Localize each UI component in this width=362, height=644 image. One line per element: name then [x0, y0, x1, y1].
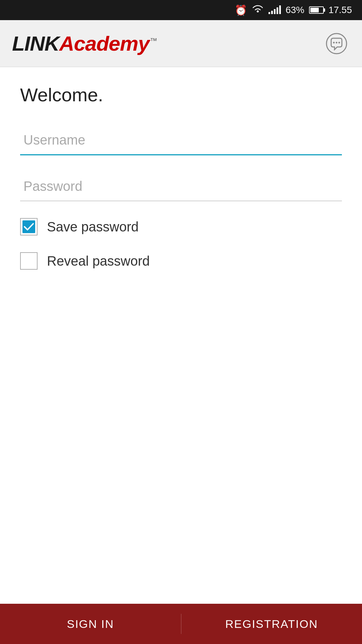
app-header: LINK Academy™: [0, 20, 362, 67]
alarm-icon: ⏰: [235, 4, 247, 16]
registration-button[interactable]: REGISTRATION: [181, 604, 362, 644]
logo-academy-text: Academy™: [59, 32, 157, 55]
status-bar: ⏰ 63% 17.55: [0, 0, 362, 20]
save-password-checkbox[interactable]: [20, 218, 38, 235]
sign-in-label: SIGN IN: [67, 618, 114, 631]
username-group: [20, 126, 342, 155]
save-password-item[interactable]: Save password: [20, 218, 342, 235]
reveal-password-item[interactable]: Reveal password: [20, 252, 342, 270]
registration-label: REGISTRATION: [225, 618, 318, 631]
logo: LINK Academy™: [12, 32, 157, 55]
footer: SIGN IN REGISTRATION: [0, 604, 362, 644]
reveal-password-checkbox[interactable]: [20, 252, 38, 270]
checkmark-icon: [22, 220, 35, 233]
save-password-label: Save password: [47, 219, 138, 234]
checkbox-group: Save password Reveal password: [20, 218, 342, 270]
svg-point-2: [336, 42, 338, 43]
signal-bars-icon: [268, 6, 281, 14]
time-display: 17.55: [328, 5, 352, 15]
main-content: Welcome. Save password Reveal password: [0, 67, 362, 604]
reveal-password-label: Reveal password: [47, 254, 150, 269]
wifi-icon: [252, 3, 264, 17]
svg-point-3: [339, 42, 340, 43]
password-input[interactable]: [20, 172, 342, 201]
welcome-heading: Welcome.: [20, 84, 342, 106]
chat-button[interactable]: [323, 30, 350, 57]
svg-point-1: [333, 42, 335, 43]
logo-link-text: LINK: [12, 32, 59, 55]
battery-percent: 63%: [286, 5, 304, 15]
username-input[interactable]: [20, 126, 342, 155]
svg-point-0: [326, 34, 347, 54]
status-icons: ⏰ 63% 17.55: [235, 3, 352, 17]
password-group: [20, 172, 342, 201]
chat-icon: [326, 33, 347, 54]
battery-icon: [309, 6, 324, 14]
sign-in-button[interactable]: SIGN IN: [0, 604, 181, 644]
